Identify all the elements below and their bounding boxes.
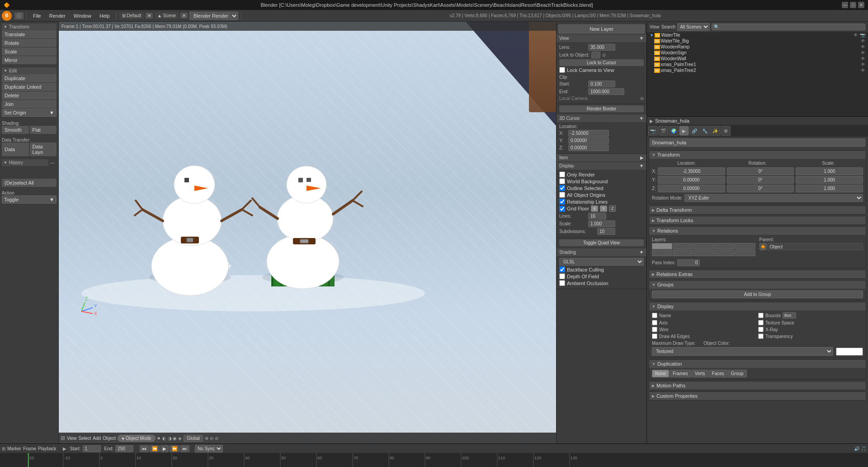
join-button[interactable]: Join xyxy=(2,100,57,108)
relationship-lines-checkbox[interactable] xyxy=(559,199,565,205)
visibility-icon[interactable]: 👁 xyxy=(861,38,865,43)
lines-input[interactable] xyxy=(588,213,606,219)
clip-end-input[interactable] xyxy=(588,88,624,95)
max-draw-type-selector[interactable]: Textured xyxy=(652,347,833,356)
transform-locks-toggle[interactable]: Transform Locks xyxy=(649,216,866,224)
clip-start-input[interactable] xyxy=(588,81,615,87)
grid-z-button[interactable]: Z xyxy=(609,205,616,212)
bounds-checkbox[interactable] xyxy=(758,313,764,318)
duplication-toggle[interactable]: Duplication xyxy=(649,360,866,368)
layout-controls[interactable]: ✕ xyxy=(146,13,153,19)
depth-of-field-checkbox[interactable] xyxy=(559,273,565,279)
lock-to-object-input[interactable] xyxy=(591,52,600,58)
dup-group-tab[interactable]: Group xyxy=(728,370,747,377)
relations-extras-toggle[interactable]: Relations Extras xyxy=(649,270,866,278)
visibility-icon[interactable]: 👁 xyxy=(854,33,858,38)
duplicate-linked-button[interactable]: Duplicate Linked xyxy=(2,83,57,91)
outliner-item-woodenramp[interactable]: W WoodenRamp 👁 xyxy=(647,44,868,50)
info-icon[interactable]: ⓘ xyxy=(14,12,24,19)
smooth-button[interactable]: Smooth xyxy=(2,126,29,134)
layer-10-btn[interactable] xyxy=(735,250,755,256)
object-name-input[interactable] xyxy=(650,138,865,147)
prop-tab-particles[interactable]: ✨ xyxy=(710,126,720,136)
view-section-header[interactable]: View ▼ xyxy=(557,34,646,42)
grid-floor-checkbox[interactable] xyxy=(559,206,565,212)
delta-transform-toggle[interactable]: Delta Transform xyxy=(649,206,866,214)
prop-tab-physics[interactable]: ⚙ xyxy=(721,126,731,136)
rotate-button[interactable]: Rotate xyxy=(2,39,57,47)
play-beginning-btn[interactable]: ⏮ xyxy=(140,445,149,452)
motion-paths-toggle[interactable]: Motion Paths xyxy=(649,381,866,390)
minimize-button[interactable]: — xyxy=(842,2,848,8)
name-checkbox[interactable] xyxy=(652,313,657,318)
grid-y-button[interactable]: Y xyxy=(600,205,607,212)
dup-verts-tab[interactable]: Verts xyxy=(692,370,708,377)
render-engine-selector[interactable]: Blender Render Cycles Render xyxy=(189,12,238,20)
glsl-selector[interactable]: GLSL xyxy=(559,258,644,266)
transform-section-toggle[interactable]: Transform xyxy=(649,151,866,159)
layer-3-btn[interactable] xyxy=(693,243,714,249)
relations-toggle[interactable]: Relations xyxy=(649,227,866,235)
select-menu-btn[interactable]: Select xyxy=(79,436,91,441)
only-render-checkbox[interactable] xyxy=(559,172,565,177)
ambient-occlusion-checkbox[interactable] xyxy=(559,280,565,286)
outliner-search-input[interactable] xyxy=(712,24,865,30)
global-btn[interactable]: Global xyxy=(184,435,203,442)
layer-8-btn[interactable] xyxy=(693,250,714,256)
delete-button[interactable]: Delete xyxy=(2,91,57,100)
rot-x-input[interactable] xyxy=(727,167,794,175)
outliner-item-xmas-palm2[interactable]: W xmas_PalmTree2 👁 xyxy=(647,67,868,73)
search-icon[interactable]: Search xyxy=(661,24,676,29)
axis-checkbox[interactable] xyxy=(652,320,657,325)
backface-culling-checkbox[interactable] xyxy=(559,267,565,272)
loc-x-input[interactable] xyxy=(658,167,725,175)
maximize-button[interactable]: □ xyxy=(850,2,856,8)
sca-x-input[interactable] xyxy=(796,167,863,175)
groups-toggle[interactable]: Groups xyxy=(649,281,866,289)
play-end-btn[interactable]: ⏭ xyxy=(180,445,189,452)
layer-9-btn[interactable] xyxy=(714,250,735,256)
dup-frames-tab[interactable]: Frames xyxy=(670,370,691,377)
edit-section-header[interactable]: Edit xyxy=(2,67,57,74)
sca-z-input[interactable] xyxy=(796,185,863,192)
all-origins-checkbox[interactable] xyxy=(559,192,565,198)
prop-tab-object[interactable]: ▶ xyxy=(679,126,689,136)
cursor-3d-section-header[interactable]: 3D Cursor ▼ xyxy=(557,114,646,122)
prop-tab-world[interactable]: 🌍 xyxy=(669,126,679,136)
viewport[interactable]: Frame:1 | Time:00:01.37 | Ve:10701 Fa:82… xyxy=(59,22,556,443)
xray-checkbox[interactable] xyxy=(758,327,764,332)
flat-button[interactable]: Flat xyxy=(30,126,57,134)
object-menu-btn[interactable]: Object xyxy=(103,436,116,441)
layer-7-btn[interactable] xyxy=(673,250,693,256)
outline-selected-checkbox[interactable] xyxy=(559,185,565,191)
visibility-icon[interactable]: 👁 xyxy=(861,56,865,61)
scene-selector[interactable]: ▲ Scene xyxy=(155,12,179,19)
outliner-item-watertile[interactable]: ▼ W WaterTile 👁 📷 xyxy=(647,32,868,38)
add-to-group-button[interactable]: Add to Group xyxy=(652,291,863,298)
playback-header-btn[interactable]: Playback xyxy=(38,446,57,451)
lens-input[interactable] xyxy=(588,44,615,51)
next-keyframe-btn[interactable]: ⏩ xyxy=(170,445,179,452)
outliner-item-woodenwall[interactable]: W WoodenWall 👁 xyxy=(647,56,868,62)
shading-section-header[interactable]: Shading ▼ xyxy=(557,248,646,256)
sync-selector[interactable]: No Sync xyxy=(195,445,223,453)
mirror-button[interactable]: Mirror xyxy=(2,56,57,64)
all-edges-checkbox[interactable] xyxy=(652,334,657,339)
pass-index-input[interactable] xyxy=(677,259,700,266)
menu-help[interactable]: Help xyxy=(96,12,113,19)
parent-icon-btn[interactable]: 🔶 xyxy=(760,243,767,250)
scale-input[interactable] xyxy=(588,220,615,227)
transform-section-header[interactable]: Transform xyxy=(2,24,57,30)
history-section-header[interactable]: History xyxy=(2,159,48,166)
marker-btn[interactable]: Marker xyxy=(7,446,21,451)
loc-y-input[interactable] xyxy=(658,176,725,184)
visibility-icon[interactable]: 👁 xyxy=(861,50,865,55)
deselect-all-button[interactable]: (De)select All xyxy=(2,179,57,187)
outliner-item-watertile-big[interactable]: W WaterTile_Big 👁 xyxy=(647,38,868,44)
texture-space-checkbox[interactable] xyxy=(758,320,764,325)
rot-z-input[interactable] xyxy=(727,185,794,192)
scale-button[interactable]: Scale xyxy=(2,48,57,56)
visibility-icon[interactable]: 👁 xyxy=(861,62,865,67)
timeline-start-input[interactable] xyxy=(83,445,101,452)
dup-faces-tab[interactable]: Faces xyxy=(709,370,727,377)
